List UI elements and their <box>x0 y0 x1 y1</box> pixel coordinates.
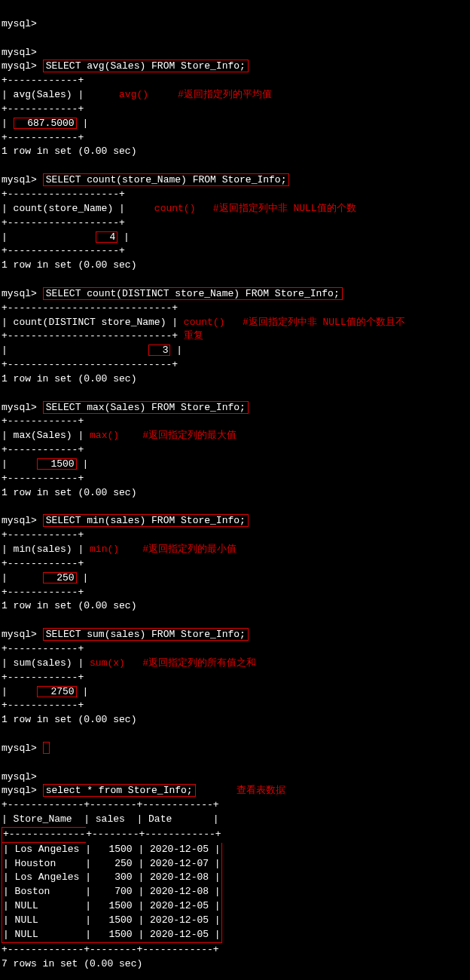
annotation: #返回指定列的最大值 <box>142 430 237 441</box>
prompt: mysql> <box>2 515 37 526</box>
prompt: mysql> <box>2 629 37 640</box>
prompt: mysql> <box>2 785 37 796</box>
annotation: #返回指定列的平均值 <box>178 89 272 100</box>
sql-select-all: select * from Store_Info; <box>43 784 196 797</box>
col-header: | avg(Sales) | <box>2 89 84 100</box>
col-header: | max(Sales) | <box>2 430 84 441</box>
sep: +----------------------------+ <box>2 302 178 314</box>
sep: +-------------------+ <box>2 188 125 200</box>
func-label: min() <box>90 544 119 555</box>
prompt: mysql> <box>2 771 37 782</box>
sep: +------------+ <box>2 103 84 115</box>
table-row: | NULL | 1500 | 2020-12-05 | <box>2 899 222 914</box>
result-count: 4 <box>96 231 118 243</box>
status: 1 row in set (0.00 sec) <box>2 487 136 498</box>
sep: +------------+ <box>2 444 84 455</box>
sep: +------------+ <box>2 132 84 143</box>
prompt: mysql> <box>2 174 37 185</box>
terminal-output: mysql> mysql> mysql> SELECT avg(Sales) F… <box>0 0 470 980</box>
status: 1 row in set (0.00 sec) <box>2 373 136 384</box>
sep: +------------+ <box>2 75 84 86</box>
annotation: 查看表数据 <box>237 785 285 796</box>
annotation: #返回指定列中非 NULL值的个数且不 <box>243 317 405 328</box>
sep-boxed: +------------- <box>2 827 86 843</box>
func-label: sum(x) <box>90 657 125 669</box>
result-min: 250 <box>43 572 77 583</box>
status: 1 row in set (0.00 sec) <box>2 145 136 157</box>
col-header: | sum(sales) | <box>2 657 84 669</box>
sql-sum: SELECT sum(sales) FROM Store_Info; <box>43 628 249 641</box>
sep: +----------------------------+ <box>2 359 178 370</box>
func-label: max() <box>90 430 119 441</box>
col-header: | count(DISTINCT store_Name) | <box>2 317 178 328</box>
sep: +------------+ <box>2 643 84 654</box>
prompt: mysql> <box>2 47 37 58</box>
sep: +------------+ <box>2 415 84 427</box>
func-label: count() <box>154 203 196 214</box>
table-row: | Los Angeles | 300 | 2020-12-08 | <box>2 871 222 885</box>
sep: +------------+ <box>2 672 84 683</box>
sql-max: SELECT max(Sales) FROM Store_Info; <box>43 401 249 414</box>
result-avg: 687.5000 <box>14 118 77 129</box>
status: 7 rows in set (0.00 sec) <box>2 958 142 969</box>
annotation: 重复 <box>184 330 203 341</box>
annotation: #返回指定列中非 NULL值的个数 <box>213 203 356 214</box>
col-header: | min(sales) | <box>2 544 84 555</box>
result-sum: 2750 <box>37 686 77 697</box>
sep: +-------------------+ <box>2 245 125 256</box>
status: 1 row in set (0.00 sec) <box>2 714 136 725</box>
sep: +----------------------------+ <box>2 330 178 341</box>
status: 1 row in set (0.00 sec) <box>2 600 136 611</box>
sql-avg: SELECT avg(Sales) FROM Store_Info; <box>43 60 249 72</box>
sep: +------------+ <box>2 700 84 711</box>
col-header: | count(store_Name) | <box>2 203 125 214</box>
prompt: mysql> <box>2 60 37 72</box>
prompt: mysql> <box>2 402 37 413</box>
sep: +------------+ <box>2 586 84 598</box>
sep: +-------------------+ <box>2 217 125 228</box>
table-row: | NULL | 1500 | 2020-12-05 | <box>2 928 222 943</box>
func-label: avg() <box>119 89 148 100</box>
table-row: | Houston | 250 | 2020-12-07 | <box>2 857 222 871</box>
table-row: | Boston | 700 | 2020-12-08 | <box>2 885 222 899</box>
sep: +-------------+--------+------------+ <box>2 944 219 955</box>
table-row: | NULL | 1500 | 2020-12-05 | <box>2 914 222 928</box>
sql-count: SELECT count(store_Name) FROM Store_Info… <box>43 173 290 186</box>
sep: +------------+ <box>2 529 84 541</box>
status: 1 row in set (0.00 sec) <box>2 259 136 271</box>
table-row: | Los Angeles | 1500 | 2020-12-05 | <box>2 843 222 857</box>
table-header: | Store_Name | sales | Date | <box>2 813 219 825</box>
func-label: count() <box>184 317 225 328</box>
prompt: mysql> <box>2 743 37 754</box>
annotation: #返回指定列的最小值 <box>142 544 237 555</box>
sep: +------------+ <box>2 558 84 569</box>
result-max: 1500 <box>37 458 77 470</box>
prompt: mysql> <box>2 288 37 299</box>
sql-min: SELECT min(sales) FROM Store_Info; <box>43 514 249 527</box>
sep: +------------+ <box>2 473 84 484</box>
result-count-distinct: 3 <box>148 345 170 356</box>
annotation: #返回指定列的所有值之和 <box>142 657 256 669</box>
cursor-box-icon <box>43 742 50 754</box>
sql-count-distinct: SELECT count(DISTINCT store_Name) FROM S… <box>43 287 343 300</box>
sep: +-------------+--------+------------+ <box>2 799 219 810</box>
prompt: mysql> <box>2 18 37 29</box>
